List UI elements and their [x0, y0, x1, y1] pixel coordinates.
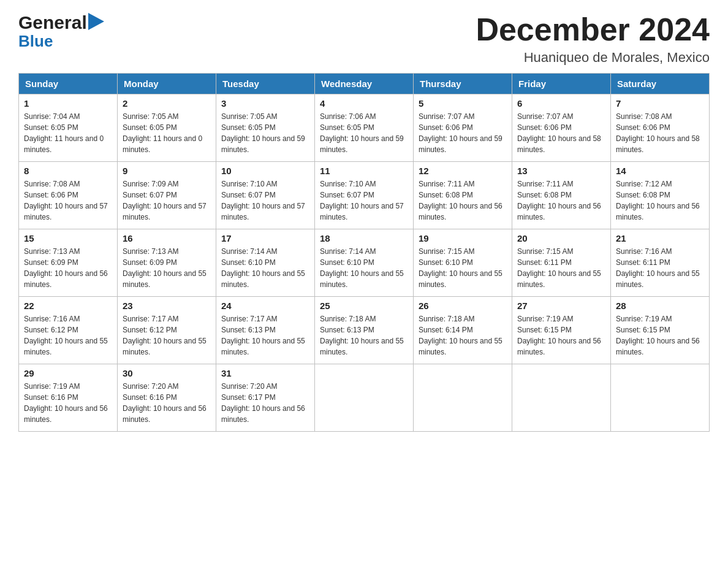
- day-number: 21: [616, 233, 704, 243]
- day-number: 22: [24, 301, 112, 311]
- day-info: Sunrise: 7:05 AMSunset: 6:05 PMDaylight:…: [123, 111, 211, 155]
- calendar-cell: 16 Sunrise: 7:13 AMSunset: 6:09 PMDaylig…: [118, 229, 216, 297]
- day-info: Sunrise: 7:18 AMSunset: 6:14 PMDaylight:…: [419, 313, 507, 358]
- day-number: 15: [24, 233, 112, 243]
- day-info: Sunrise: 7:10 AMSunset: 6:07 PMDaylight:…: [221, 178, 309, 223]
- day-info: Sunrise: 7:16 AMSunset: 6:11 PMDaylight:…: [616, 246, 704, 290]
- calendar-header-wednesday: Wednesday: [315, 74, 414, 94]
- day-number: 29: [24, 368, 112, 378]
- calendar-cell: 20 Sunrise: 7:15 AMSunset: 6:11 PMDaylig…: [512, 229, 611, 297]
- day-info: Sunrise: 7:07 AMSunset: 6:06 PMDaylight:…: [419, 111, 507, 155]
- day-number: 19: [419, 233, 507, 243]
- calendar-cell: 27 Sunrise: 7:19 AMSunset: 6:15 PMDaylig…: [512, 297, 611, 364]
- day-number: 3: [221, 98, 309, 109]
- calendar-header-sunday: Sunday: [19, 74, 118, 94]
- day-info: Sunrise: 7:08 AMSunset: 6:06 PMDaylight:…: [24, 178, 112, 223]
- calendar-cell: [512, 364, 611, 432]
- calendar-cell: [414, 364, 512, 432]
- day-number: 18: [320, 233, 408, 243]
- day-number: 16: [123, 233, 211, 243]
- calendar-header-tuesday: Tuesday: [216, 74, 315, 94]
- day-number: 12: [419, 166, 507, 176]
- calendar-cell: 13 Sunrise: 7:11 AMSunset: 6:08 PMDaylig…: [512, 162, 611, 229]
- day-info: Sunrise: 7:06 AMSunset: 6:05 PMDaylight:…: [320, 111, 408, 155]
- day-info: Sunrise: 7:17 AMSunset: 6:13 PMDaylight:…: [221, 313, 309, 358]
- calendar-cell: 26 Sunrise: 7:18 AMSunset: 6:14 PMDaylig…: [414, 297, 512, 364]
- day-number: 14: [616, 166, 704, 176]
- day-number: 8: [24, 166, 112, 176]
- logo: General Blue: [18, 12, 104, 51]
- logo-blue: Blue: [18, 32, 53, 51]
- day-info: Sunrise: 7:16 AMSunset: 6:12 PMDaylight:…: [24, 313, 112, 358]
- page-header: General Blue December 2024 Huaniqueo de …: [18, 12, 710, 66]
- calendar-cell: 15 Sunrise: 7:13 AMSunset: 6:09 PMDaylig…: [19, 229, 118, 297]
- day-info: Sunrise: 7:05 AMSunset: 6:05 PMDaylight:…: [221, 111, 309, 155]
- calendar-cell: 6 Sunrise: 7:07 AMSunset: 6:06 PMDayligh…: [512, 94, 611, 162]
- day-number: 11: [320, 166, 408, 176]
- day-number: 25: [320, 301, 408, 311]
- calendar-cell: 8 Sunrise: 7:08 AMSunset: 6:06 PMDayligh…: [19, 162, 118, 229]
- calendar-header-monday: Monday: [118, 74, 216, 94]
- calendar-week-5: 29 Sunrise: 7:19 AMSunset: 6:16 PMDaylig…: [19, 364, 710, 432]
- day-number: 24: [221, 301, 309, 311]
- calendar-cell: 10 Sunrise: 7:10 AMSunset: 6:07 PMDaylig…: [216, 162, 315, 229]
- day-info: Sunrise: 7:07 AMSunset: 6:06 PMDaylight:…: [517, 111, 605, 155]
- calendar-week-3: 15 Sunrise: 7:13 AMSunset: 6:09 PMDaylig…: [19, 229, 710, 297]
- calendar-cell: 11 Sunrise: 7:10 AMSunset: 6:07 PMDaylig…: [315, 162, 414, 229]
- location-title: Huaniqueo de Morales, Mexico: [476, 50, 710, 66]
- day-info: Sunrise: 7:04 AMSunset: 6:05 PMDaylight:…: [24, 111, 112, 155]
- title-area: December 2024 Huaniqueo de Morales, Mexi…: [476, 12, 710, 66]
- day-info: Sunrise: 7:11 AMSunset: 6:08 PMDaylight:…: [517, 178, 605, 223]
- calendar-cell: 1 Sunrise: 7:04 AMSunset: 6:05 PMDayligh…: [19, 94, 118, 162]
- calendar-week-1: 1 Sunrise: 7:04 AMSunset: 6:05 PMDayligh…: [19, 94, 710, 162]
- calendar-week-2: 8 Sunrise: 7:08 AMSunset: 6:06 PMDayligh…: [19, 162, 710, 229]
- calendar-cell: 25 Sunrise: 7:18 AMSunset: 6:13 PMDaylig…: [315, 297, 414, 364]
- day-info: Sunrise: 7:13 AMSunset: 6:09 PMDaylight:…: [24, 246, 112, 290]
- day-info: Sunrise: 7:14 AMSunset: 6:10 PMDaylight:…: [320, 246, 408, 290]
- day-info: Sunrise: 7:19 AMSunset: 6:15 PMDaylight:…: [517, 313, 605, 358]
- day-info: Sunrise: 7:09 AMSunset: 6:07 PMDaylight:…: [123, 178, 211, 223]
- calendar-cell: 21 Sunrise: 7:16 AMSunset: 6:11 PMDaylig…: [611, 229, 710, 297]
- calendar-cell: [315, 364, 414, 432]
- day-number: 17: [221, 233, 309, 243]
- calendar-cell: 12 Sunrise: 7:11 AMSunset: 6:08 PMDaylig…: [414, 162, 512, 229]
- calendar-cell: 28 Sunrise: 7:19 AMSunset: 6:15 PMDaylig…: [611, 297, 710, 364]
- calendar-header-row: SundayMondayTuesdayWednesdayThursdayFrid…: [19, 74, 710, 94]
- day-number: 2: [123, 98, 211, 109]
- calendar-cell: 29 Sunrise: 7:19 AMSunset: 6:16 PMDaylig…: [19, 364, 118, 432]
- day-number: 13: [517, 166, 605, 176]
- calendar-cell: 24 Sunrise: 7:17 AMSunset: 6:13 PMDaylig…: [216, 297, 315, 364]
- day-info: Sunrise: 7:15 AMSunset: 6:11 PMDaylight:…: [517, 246, 605, 290]
- day-info: Sunrise: 7:11 AMSunset: 6:08 PMDaylight:…: [419, 178, 507, 223]
- calendar-header-thursday: Thursday: [414, 74, 512, 94]
- calendar-header-friday: Friday: [512, 74, 611, 94]
- calendar-header-saturday: Saturday: [611, 74, 710, 94]
- calendar-cell: 19 Sunrise: 7:15 AMSunset: 6:10 PMDaylig…: [414, 229, 512, 297]
- day-number: 9: [123, 166, 211, 176]
- calendar-cell: 2 Sunrise: 7:05 AMSunset: 6:05 PMDayligh…: [118, 94, 216, 162]
- day-info: Sunrise: 7:19 AMSunset: 6:16 PMDaylight:…: [24, 381, 112, 425]
- day-number: 10: [221, 166, 309, 176]
- calendar-cell: 3 Sunrise: 7:05 AMSunset: 6:05 PMDayligh…: [216, 94, 315, 162]
- day-info: Sunrise: 7:20 AMSunset: 6:17 PMDaylight:…: [221, 381, 309, 425]
- logo-general: General: [18, 12, 87, 33]
- calendar-cell: 23 Sunrise: 7:17 AMSunset: 6:12 PMDaylig…: [118, 297, 216, 364]
- day-number: 6: [517, 98, 605, 109]
- day-number: 31: [221, 368, 309, 378]
- day-info: Sunrise: 7:17 AMSunset: 6:12 PMDaylight:…: [123, 313, 211, 358]
- svg-marker-0: [88, 13, 104, 30]
- day-info: Sunrise: 7:20 AMSunset: 6:16 PMDaylight:…: [123, 381, 211, 425]
- day-number: 26: [419, 301, 507, 311]
- day-number: 23: [123, 301, 211, 311]
- day-number: 7: [616, 98, 704, 109]
- day-number: 4: [320, 98, 408, 109]
- calendar-cell: 9 Sunrise: 7:09 AMSunset: 6:07 PMDayligh…: [118, 162, 216, 229]
- calendar-week-4: 22 Sunrise: 7:16 AMSunset: 6:12 PMDaylig…: [19, 297, 710, 364]
- day-info: Sunrise: 7:15 AMSunset: 6:10 PMDaylight:…: [419, 246, 507, 290]
- day-info: Sunrise: 7:10 AMSunset: 6:07 PMDaylight:…: [320, 178, 408, 223]
- calendar-cell: 14 Sunrise: 7:12 AMSunset: 6:08 PMDaylig…: [611, 162, 710, 229]
- day-info: Sunrise: 7:18 AMSunset: 6:13 PMDaylight:…: [320, 313, 408, 358]
- calendar-cell: 5 Sunrise: 7:07 AMSunset: 6:06 PMDayligh…: [414, 94, 512, 162]
- calendar-cell: 4 Sunrise: 7:06 AMSunset: 6:05 PMDayligh…: [315, 94, 414, 162]
- day-number: 28: [616, 301, 704, 311]
